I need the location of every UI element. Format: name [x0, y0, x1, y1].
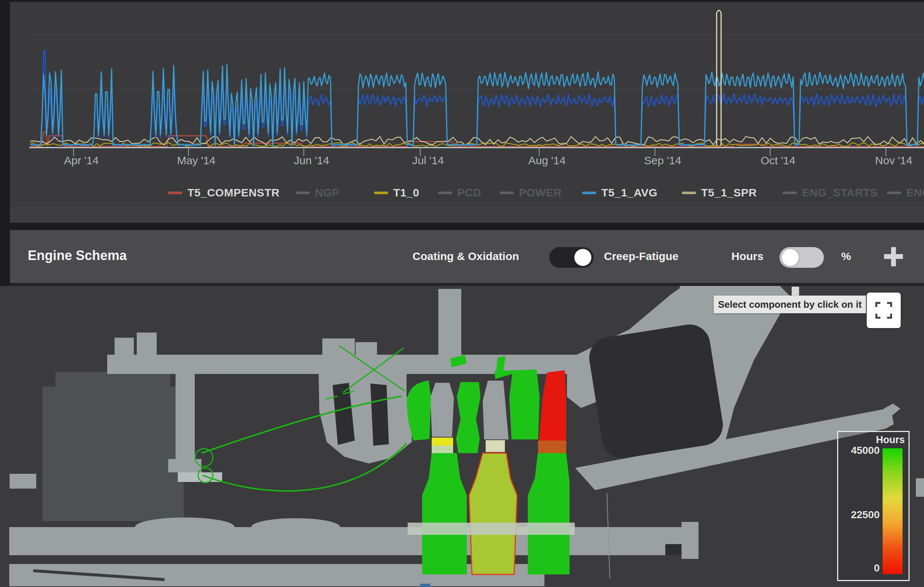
timeseries-chart[interactable]	[10, 2, 924, 176]
toggle-knob-icon	[782, 249, 799, 266]
x-axis-label: Jun '14	[294, 154, 329, 167]
legend-label: ENG	[906, 187, 924, 199]
schema-header: Engine Schema Coating & Oxidation Creep-…	[10, 230, 924, 283]
scale-title: Hours	[876, 434, 905, 446]
mode-toggle-right-label[interactable]: Creep-Fatigue	[604, 250, 678, 263]
legend-item-PCD[interactable]: PCD	[438, 186, 481, 199]
legend-swatch-icon	[783, 192, 797, 194]
legend-label: T1_0	[393, 187, 419, 199]
x-axis-label: May '14	[177, 154, 216, 167]
add-button[interactable]	[882, 245, 904, 268]
legend-swatch-icon	[168, 192, 182, 194]
legend-item-T5_1_AVG[interactable]: T5_1_AVG	[582, 186, 658, 199]
pt-blade-red[interactable]	[539, 370, 566, 440]
unit-toggle-left-label[interactable]: Hours	[731, 250, 764, 263]
stator-khaki-strip[interactable]	[486, 440, 505, 452]
legend-label: NGP	[315, 187, 340, 199]
disk-3[interactable]	[528, 453, 569, 574]
legend-label: PCD	[457, 187, 481, 199]
legend-label: ENG_STARTS	[802, 187, 878, 199]
panel-footer-strip	[10, 207, 924, 223]
x-axis-label: Sep '14	[644, 154, 681, 167]
plus-icon	[882, 245, 904, 268]
legend-item-NGP[interactable]: NGP	[296, 186, 340, 199]
scale-min-label: 0	[874, 562, 879, 574]
chart-legend: T5_COMPENSTRNGPT1_0PCDPOWERT5_1_AVGT5_1_…	[10, 186, 924, 199]
x-axis-label: Apr '14	[64, 154, 99, 167]
x-axis-label: Jul '14	[412, 154, 444, 167]
tie-shaft[interactable]	[408, 523, 575, 535]
legend-item-T5_1_SPR[interactable]: T5_1_SPR	[682, 186, 757, 199]
fullscreen-icon	[875, 302, 892, 319]
gg-blade-1[interactable]	[456, 382, 480, 453]
x-axis-label: Nov '14	[875, 154, 912, 167]
header-separator	[10, 283, 924, 286]
disk-1[interactable]	[422, 453, 467, 574]
tooltip: Select component by click on it	[714, 296, 866, 313]
legend-swatch-icon	[296, 192, 310, 194]
legend-swatch-icon	[887, 192, 901, 194]
legend-item-POWER[interactable]: POWER	[500, 186, 562, 199]
legend-label: T5_1_AVG	[601, 187, 658, 199]
legend-swatch-icon	[682, 192, 696, 194]
legend-item-T1_0[interactable]: T1_0	[374, 186, 419, 199]
pt-root-orange[interactable]	[538, 440, 566, 453]
legend-item-T5_COMPENSTR[interactable]: T5_COMPENSTR	[168, 186, 279, 199]
schema-canvas: Select component by click on it Hours 45…	[0, 286, 924, 587]
tooltip-handle	[792, 287, 799, 296]
scale-gradient-bar	[883, 448, 903, 574]
seal-segment-pale[interactable]	[432, 446, 453, 454]
toggle-knob-icon	[574, 249, 591, 266]
legend-swatch-icon	[374, 192, 388, 194]
series-T5_1_AVG	[30, 64, 924, 146]
legend-label: T5_1_SPR	[701, 187, 757, 199]
x-axis-label: Aug '14	[528, 154, 566, 167]
seal-segment-yellow[interactable]	[432, 438, 453, 446]
unit-toggle-right-label[interactable]: %	[841, 250, 851, 263]
legend-swatch-icon	[438, 192, 452, 194]
unit-toggle[interactable]	[779, 247, 824, 268]
legend-item-ENG[interactable]: ENG	[887, 186, 924, 199]
legend-item-ENG_STARTS[interactable]: ENG_STARTS	[783, 186, 878, 199]
scale-mid-label: 22500	[851, 509, 879, 521]
engine-schema-panel: Engine Schema Coating & Oxidation Creep-…	[10, 230, 924, 584]
engine-cross-section[interactable]	[0, 286, 924, 587]
legend-label: T5_COMPENSTR	[187, 187, 279, 199]
timeseries-panel: Apr '14May '14Jun '14Jul '14Aug '14Sep '…	[10, 2, 924, 223]
dashboard: Apr '14May '14Jun '14Jul '14Aug '14Sep '…	[0, 0, 924, 587]
mode-toggle[interactable]	[549, 247, 594, 268]
legend-swatch-icon	[500, 192, 514, 194]
fullscreen-button[interactable]	[867, 293, 901, 328]
mode-toggle-left-label[interactable]: Coating & Oxidation	[412, 250, 519, 263]
bottom-edge-artifact	[420, 584, 430, 587]
x-axis-label: Oct '14	[761, 154, 795, 167]
disk-2[interactable]	[469, 453, 517, 574]
panel-title: Engine Schema	[28, 248, 127, 263]
panel-gap	[0, 223, 924, 230]
legend-swatch-icon	[582, 192, 596, 194]
legend-label: POWER	[519, 187, 562, 199]
color-scale-legend: Hours 45000 22500 0	[837, 431, 909, 581]
scale-max-label: 45000	[851, 445, 879, 456]
